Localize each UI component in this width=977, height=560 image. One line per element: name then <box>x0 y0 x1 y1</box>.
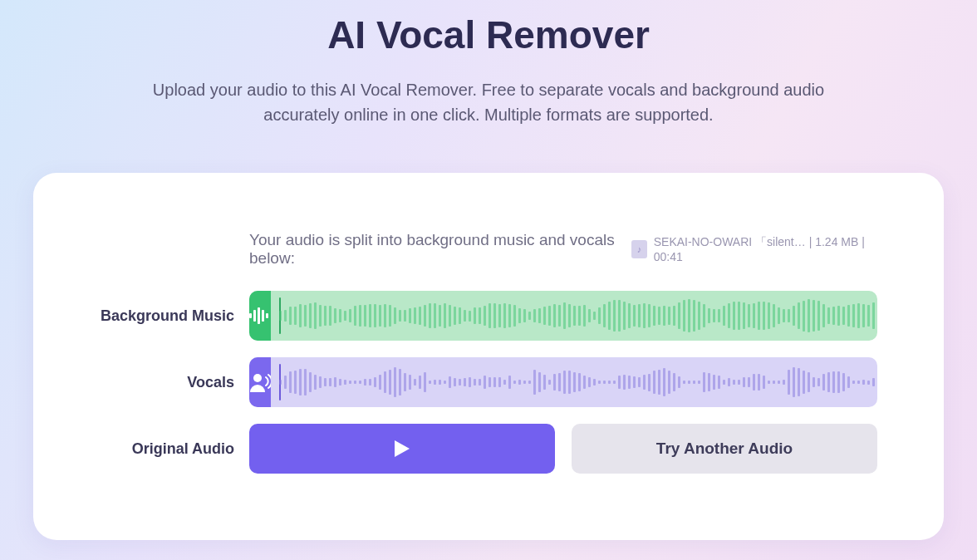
svg-rect-4 <box>266 313 268 318</box>
result-card: Your audio is split into background musi… <box>33 173 944 540</box>
background-music-label: Background Music <box>100 307 249 325</box>
file-info: SEKAI-NO-OWARI 「silent… | 1.24 MB | 00:4… <box>631 235 877 263</box>
voice-icon <box>249 357 271 407</box>
file-meta: SEKAI-NO-OWARI 「silent… | 1.24 MB | 00:4… <box>654 235 877 263</box>
play-original-button[interactable] <box>249 424 555 474</box>
waveform-icon <box>249 291 271 341</box>
page-description: Upload your audio to this AI Vocal Remov… <box>135 77 842 127</box>
svg-rect-2 <box>258 307 260 324</box>
original-audio-label: Original Audio <box>100 440 249 458</box>
svg-rect-3 <box>262 310 264 322</box>
background-music-track <box>249 291 877 341</box>
background-waveform[interactable] <box>271 291 877 341</box>
music-file-icon <box>631 240 646 258</box>
svg-rect-1 <box>253 310 256 322</box>
vocals-label: Vocals <box>100 374 249 391</box>
split-message: Your audio is split into background musi… <box>249 231 631 268</box>
page-title: AI Vocal Remover <box>33 12 944 57</box>
svg-point-5 <box>253 374 262 382</box>
vocals-waveform[interactable] <box>271 357 877 407</box>
try-another-button[interactable]: Try Another Audio <box>572 424 877 474</box>
vocals-track <box>249 357 877 407</box>
svg-rect-0 <box>249 313 252 318</box>
